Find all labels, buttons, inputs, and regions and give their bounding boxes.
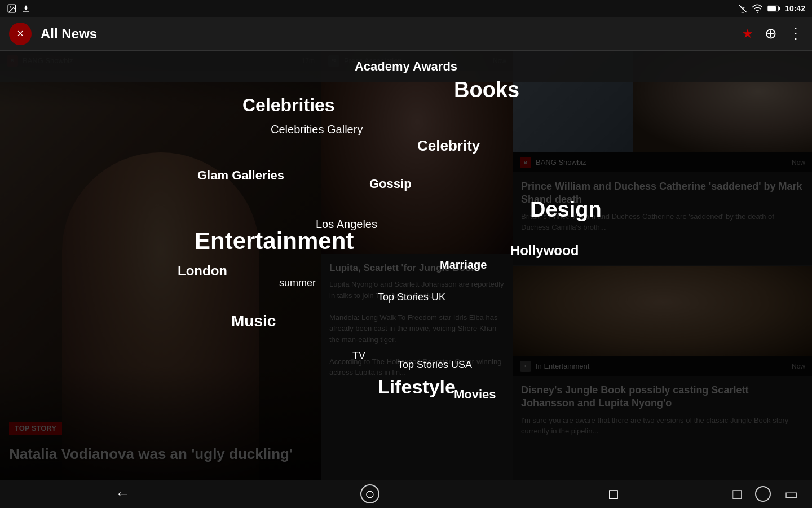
svg-rect-4 xyxy=(768,6,776,11)
mute-icon xyxy=(738,3,748,14)
home-button[interactable]: ○ xyxy=(360,484,379,503)
menu-item-glam-galleries[interactable]: Glam Galleries xyxy=(164,158,318,193)
svg-point-2 xyxy=(757,12,758,13)
menu-item-books[interactable]: Books xyxy=(420,68,553,112)
menu-item-music[interactable]: Music xyxy=(197,302,310,340)
menu-item-top-stories-uk[interactable]: Top Stories UK xyxy=(344,281,479,313)
nav-icons-right: ★ ⊕ ⋮ xyxy=(742,25,803,42)
status-icons-left xyxy=(7,3,30,14)
search-icon[interactable]: ⊕ xyxy=(765,25,777,42)
battery-icon xyxy=(767,4,780,13)
menu-item-movies[interactable]: Movies xyxy=(420,377,530,412)
svg-rect-5 xyxy=(779,7,780,10)
menu-item-celebrities-gallery[interactable]: Celebrities Gallery xyxy=(237,113,396,146)
status-icons-right: 10:42 xyxy=(738,3,805,14)
system-tablet-button[interactable]: ▭ xyxy=(784,485,798,503)
download-icon xyxy=(21,4,30,13)
menu-items-container: Celebrities Celebrities Gallery Glam Gal… xyxy=(0,51,812,480)
svg-point-1 xyxy=(10,6,11,7)
menu-item-celebrity[interactable]: Celebrity xyxy=(383,127,514,165)
menu-item-london[interactable]: London xyxy=(144,253,261,289)
page-title: All News xyxy=(41,26,742,42)
status-bar: 10:42 xyxy=(0,0,812,17)
close-button[interactable]: × xyxy=(9,23,32,45)
bookmark-icon[interactable]: ★ xyxy=(742,27,753,41)
system-square-button[interactable]: □ xyxy=(732,485,742,503)
menu-item-gossip[interactable]: Gossip xyxy=(336,167,445,202)
nav-bar: × All News ★ ⊕ ⋮ xyxy=(0,17,812,51)
back-button[interactable]: ← xyxy=(115,485,131,503)
menu-item-los-angeles[interactable]: Los Angeles xyxy=(282,208,411,241)
overlay-menu: Academy Awards Celebrities Celebrities G… xyxy=(0,51,812,480)
wifi-icon xyxy=(752,3,762,14)
menu-item-hollywood[interactable]: Hollywood xyxy=(476,233,612,269)
system-circle-button[interactable] xyxy=(755,486,771,502)
bottom-nav: ← ○ □ □ ▭ xyxy=(0,480,812,508)
menu-item-design[interactable]: Design xyxy=(496,187,636,232)
recent-apps-button[interactable]: □ xyxy=(609,485,618,503)
time-display: 10:42 xyxy=(785,4,805,13)
image-icon xyxy=(7,3,17,14)
menu-item-summer[interactable]: summer xyxy=(245,267,350,299)
main-content: B BANG Showbiz 17m TOP STORY Natalia Vod… xyxy=(0,51,812,480)
more-menu-icon[interactable]: ⋮ xyxy=(788,25,803,42)
